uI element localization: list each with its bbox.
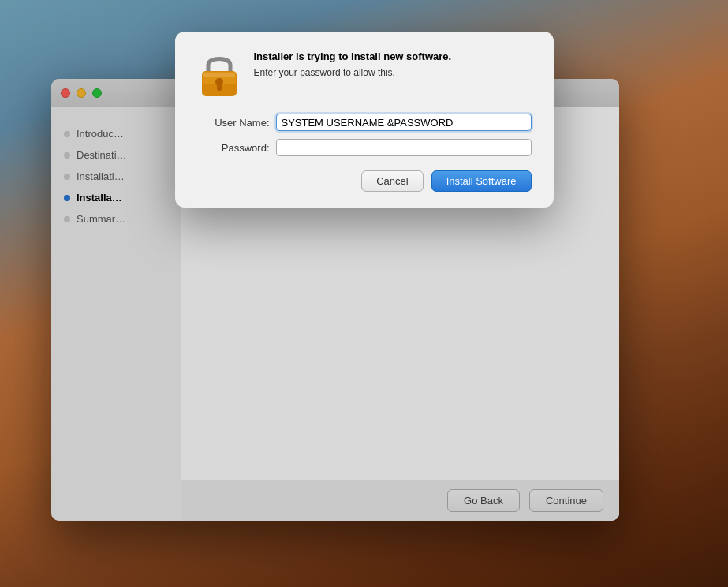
username-label: User Name: — [197, 117, 276, 129]
dialog-overlay: Installer is trying to install new softw… — [0, 0, 728, 587]
password-label: Password: — [197, 142, 276, 154]
auth-dialog: Installer is trying to install new softw… — [175, 32, 554, 208]
dialog-text-block: Installer is trying to install new softw… — [254, 50, 532, 78]
cancel-button[interactable]: Cancel — [361, 170, 423, 192]
username-input[interactable] — [276, 114, 532, 131]
lock-icon — [197, 50, 241, 98]
username-row: User Name: — [197, 114, 532, 131]
svg-rect-4 — [203, 73, 235, 77]
password-row: Password: — [197, 139, 532, 156]
dialog-subtitle: Enter your password to allow this. — [254, 67, 532, 78]
svg-rect-3 — [217, 84, 222, 91]
dialog-title: Installer is trying to install new softw… — [254, 50, 532, 62]
install-software-button[interactable]: Install Software — [431, 170, 532, 192]
password-input[interactable] — [276, 139, 532, 156]
dialog-buttons: Cancel Install Software — [197, 170, 532, 192]
dialog-header: Installer is trying to install new softw… — [197, 50, 532, 98]
